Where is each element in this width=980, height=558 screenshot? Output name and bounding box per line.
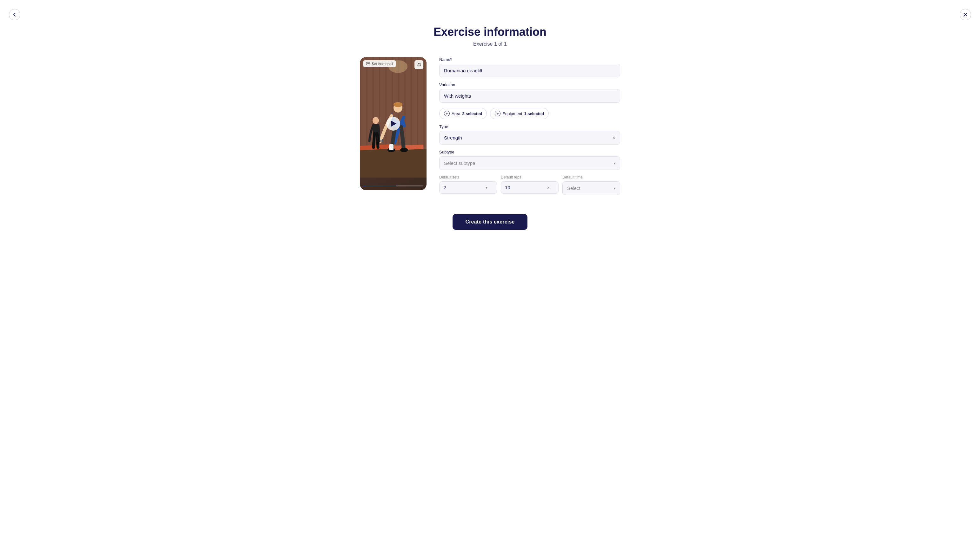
variation-field-group: Variation (439, 82, 620, 103)
sets-arrow-icon: ▾ (486, 185, 488, 190)
svg-point-19 (400, 148, 408, 152)
equipment-chip-count: 1 selected (524, 111, 544, 116)
progress-fill (363, 185, 396, 186)
chips-row: + Area 3 selected + Equipment 1 selected (439, 108, 620, 119)
subtype-field-group: Subtype Select subtype ▾ (439, 149, 620, 170)
svg-point-17 (394, 102, 402, 107)
default-sets-col: Default sets ▾ (439, 175, 497, 195)
type-input-wrapper[interactable]: Strength × (439, 131, 620, 144)
variation-input[interactable] (439, 89, 620, 103)
form-area: Name* Variation + Area 3 selected + Equi… (439, 57, 620, 195)
default-sets-input[interactable] (443, 185, 483, 190)
set-thumbnail-label: Set thumbnail (372, 62, 393, 66)
svg-rect-13 (360, 149, 427, 177)
page-title: Exercise information (433, 25, 547, 39)
subtype-select[interactable]: Select subtype (439, 156, 620, 170)
default-reps-col: Default reps × (501, 175, 558, 195)
default-sets-wrapper: ▾ (439, 181, 497, 194)
default-reps-input[interactable] (505, 185, 545, 190)
video-container: Set thumbnail (360, 57, 427, 190)
svg-rect-22 (382, 139, 383, 143)
subtype-label: Subtype (439, 149, 620, 154)
area-chip-count: 3 selected (462, 111, 482, 116)
default-time-select-wrapper: Select ▾ (562, 181, 620, 195)
set-thumbnail-button[interactable]: Set thumbnail (363, 60, 396, 67)
subtype-select-wrapper: Select subtype ▾ (439, 156, 620, 170)
page-subtitle: Exercise 1 of 1 (433, 41, 547, 47)
page-header: Exercise information Exercise 1 of 1 (433, 25, 547, 47)
reps-clear-icon[interactable]: × (547, 185, 550, 190)
name-input[interactable] (439, 64, 620, 77)
equipment-chip[interactable]: + Equipment 1 selected (490, 108, 549, 119)
create-exercise-button[interactable]: Create this exercise (453, 214, 527, 230)
close-button[interactable] (960, 9, 971, 20)
create-btn-row: Create this exercise (453, 214, 527, 230)
content-area: Set thumbnail Name* (360, 57, 620, 195)
back-button[interactable] (9, 9, 20, 20)
defaults-row: Default sets ▾ Default reps × (439, 175, 620, 195)
type-clear-icon[interactable]: × (613, 135, 615, 140)
page-container: Exercise information Exercise 1 of 1 (0, 0, 980, 558)
default-time-col: Default time Select ▾ (562, 175, 620, 195)
type-field-group: Type Strength × (439, 124, 620, 144)
area-chip-plus-icon: + (444, 111, 450, 117)
area-chip[interactable]: + Area 3 selected (439, 108, 487, 119)
svg-rect-23 (389, 144, 394, 150)
equipment-chip-plus-icon: + (495, 111, 501, 117)
default-sets-label: Default sets (439, 175, 497, 179)
default-reps-label: Default reps (501, 175, 558, 179)
default-time-select[interactable]: Select (562, 181, 620, 195)
name-field-group: Name* (439, 57, 620, 77)
video-progress-bar[interactable] (363, 185, 423, 186)
name-label: Name* (439, 57, 620, 62)
default-time-label: Default time (562, 175, 620, 179)
variation-label: Variation (439, 82, 620, 87)
type-value: Strength (444, 135, 462, 140)
play-button[interactable] (386, 117, 400, 131)
svg-point-24 (372, 117, 379, 124)
equipment-chip-label: Equipment (502, 111, 522, 116)
type-label: Type (439, 124, 620, 129)
area-chip-label: Area (451, 111, 460, 116)
mute-button[interactable] (415, 60, 423, 69)
default-reps-wrapper: × (501, 181, 558, 194)
